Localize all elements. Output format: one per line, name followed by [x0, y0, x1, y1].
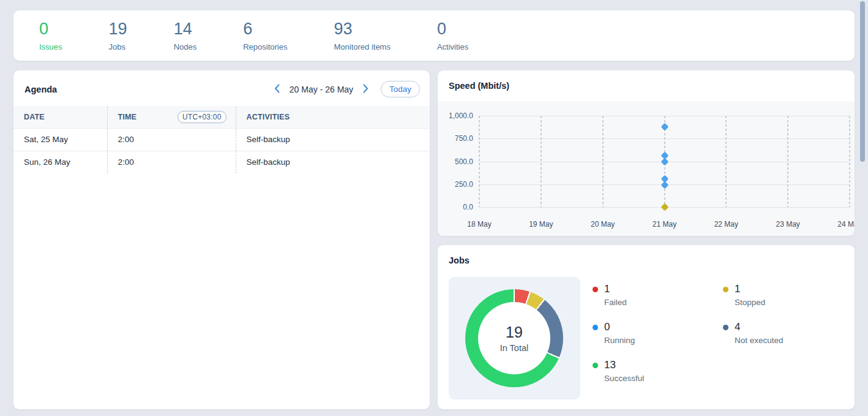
- stat-jobs-value: 19: [109, 20, 127, 38]
- running-count: 0: [604, 321, 635, 333]
- gridline-vertical: [849, 116, 850, 207]
- date-column-header: DATE: [13, 106, 107, 128]
- speed-chart-y-axis: 1,000.0750.0500.0250.00.0: [438, 116, 473, 207]
- agenda-table: DATE TIME UTC+03:00 ACTIVITIES Sat, 25 M…: [13, 106, 430, 173]
- successful-dot-icon: [593, 363, 598, 368]
- data-point-speed[interactable]: [660, 181, 668, 189]
- x-tick-label: 20 May: [591, 220, 615, 229]
- x-tick-label: 22 May: [714, 220, 738, 229]
- jobs-panel: Jobs 19 In Total 1 Failed 0 Running: [438, 245, 855, 409]
- timezone-badge: UTC+03:00: [178, 111, 226, 123]
- data-point-speed-zero[interactable]: [660, 203, 668, 211]
- table-row[interactable]: Sat, 25 May 2:00 Self-backup: [13, 128, 430, 151]
- failed-dot-icon: [593, 287, 598, 292]
- stat-nodes[interactable]: 14 Nodes: [174, 20, 197, 51]
- jobs-donut-chart[interactable]: 19 In Total: [465, 289, 563, 387]
- legend-item-successful[interactable]: 13 Successful: [593, 359, 644, 383]
- gridline-vertical: [541, 116, 542, 207]
- jobs-legend-column-2: 1 Stopped 4 Not executed: [723, 283, 784, 345]
- jobs-header: Jobs: [438, 245, 855, 274]
- stat-issues-value: 0: [39, 20, 62, 38]
- gridline-vertical: [787, 116, 788, 207]
- successful-count: 13: [604, 359, 644, 371]
- stat-repositories-value: 6: [243, 20, 287, 38]
- legend-item-stopped[interactable]: 1 Stopped: [723, 283, 784, 307]
- activities-column-header: ACTIVITIES: [236, 106, 430, 128]
- speed-plot: [479, 116, 850, 207]
- jobs-donut-center: 19 In Total: [478, 302, 550, 374]
- chevron-right-icon: [363, 84, 369, 95]
- date-range-label: 20 May - 26 May: [287, 85, 356, 94]
- x-tick-label: 19 May: [529, 220, 553, 229]
- stat-monitored-items-label: Monitored items: [334, 42, 390, 51]
- y-tick-label: 750.0: [455, 134, 473, 143]
- y-tick-label: 1,000.0: [449, 112, 473, 120]
- running-dot-icon: [593, 325, 598, 330]
- running-label: Running: [604, 336, 635, 345]
- row-time: 2:00: [107, 128, 236, 151]
- jobs-total-label: In Total: [500, 343, 529, 353]
- x-tick-label: 18 May: [467, 220, 491, 229]
- stat-issues[interactable]: 0 Issues: [39, 20, 62, 51]
- data-point-speed[interactable]: [660, 123, 668, 131]
- time-column-header: TIME UTC+03:00: [107, 106, 236, 128]
- legend-item-not-executed[interactable]: 4 Not executed: [723, 321, 784, 345]
- successful-label: Successful: [604, 374, 644, 383]
- speed-chart-title: Speed (Mbit/s): [449, 81, 509, 91]
- scrollbar-thumb[interactable]: [860, 1, 865, 162]
- stat-jobs[interactable]: 19 Jobs: [109, 20, 127, 51]
- legend-item-running[interactable]: 0 Running: [593, 321, 644, 345]
- stat-jobs-label: Jobs: [109, 42, 127, 51]
- agenda-title: Agenda: [24, 85, 57, 94]
- speed-header: Speed (Mbit/s): [438, 70, 855, 99]
- agenda-header: Agenda 20 May - 26 May Today: [13, 70, 430, 106]
- row-time: 2:00: [107, 151, 236, 173]
- gridline-vertical: [602, 116, 604, 207]
- agenda-table-header-row: DATE TIME UTC+03:00 ACTIVITIES: [13, 106, 430, 128]
- x-tick-label: 24 May: [837, 220, 855, 229]
- row-activity: Self-backup: [236, 128, 430, 151]
- previous-week-button[interactable]: [273, 83, 281, 96]
- y-tick-label: 0.0: [463, 203, 473, 211]
- failed-count: 1: [604, 283, 627, 295]
- y-tick-label: 250.0: [455, 180, 473, 189]
- not-executed-dot-icon: [723, 325, 728, 330]
- gridline-vertical: [479, 116, 480, 207]
- speed-chart: 1,000.0750.0500.0250.00.0 18 May19 May20…: [438, 101, 855, 236]
- stats-bar: 0 Issues 19 Jobs 14 Nodes 6 Repositories…: [13, 10, 855, 61]
- row-activity: Self-backup: [236, 151, 430, 173]
- stat-nodes-label: Nodes: [174, 42, 197, 51]
- stat-activities-label: Activities: [437, 42, 468, 51]
- stat-issues-label: Issues: [39, 42, 62, 51]
- stopped-dot-icon: [723, 287, 728, 292]
- not-executed-count: 4: [735, 321, 784, 333]
- x-tick-label: 21 May: [653, 220, 676, 229]
- row-date: Sat, 25 May: [13, 128, 107, 151]
- x-tick-label: 23 May: [776, 220, 799, 229]
- stat-activities-value: 0: [437, 20, 468, 38]
- data-point-speed[interactable]: [660, 158, 668, 166]
- today-button[interactable]: Today: [381, 81, 420, 97]
- row-date: Sun, 26 May: [13, 151, 107, 173]
- speed-panel: Speed (Mbit/s) 1,000.0750.0500.0250.00.0…: [438, 70, 855, 236]
- time-header-label: TIME: [118, 113, 137, 121]
- table-row[interactable]: Sun, 26 May 2:00 Self-backup: [13, 151, 430, 173]
- stopped-label: Stopped: [735, 298, 765, 307]
- stat-monitored-items[interactable]: 93 Monitored items: [334, 20, 390, 51]
- failed-label: Failed: [604, 298, 627, 307]
- agenda-week-nav: 20 May - 26 May Today: [273, 81, 420, 97]
- stat-repositories[interactable]: 6 Repositories: [243, 20, 287, 51]
- stat-nodes-value: 14: [174, 20, 197, 38]
- stat-repositories-label: Repositories: [243, 42, 287, 51]
- stopped-count: 1: [735, 283, 765, 295]
- chevron-left-icon: [274, 84, 280, 95]
- jobs-legend-column-1: 1 Failed 0 Running 13 Successful: [593, 283, 644, 383]
- stat-activities[interactable]: 0 Activities: [437, 20, 468, 51]
- agenda-panel: Agenda 20 May - 26 May Today DATE: [13, 70, 430, 409]
- gridline-vertical: [725, 116, 727, 207]
- legend-item-failed[interactable]: 1 Failed: [593, 283, 644, 307]
- not-executed-label: Not executed: [735, 336, 784, 345]
- jobs-donut-card: 19 In Total: [449, 277, 580, 399]
- next-week-button[interactable]: [362, 83, 370, 96]
- stat-monitored-items-value: 93: [334, 20, 390, 38]
